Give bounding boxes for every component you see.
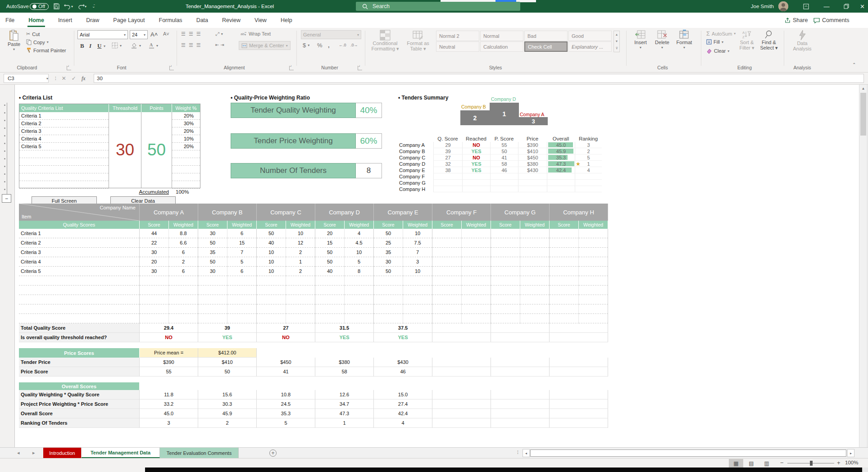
criteria-row-label[interactable]: Criteria 3 [19,248,140,257]
minimize-button[interactable]: — [819,0,834,13]
weighted-cell[interactable] [169,276,198,286]
value-cell[interactable]: YES [198,333,257,342]
score-cell[interactable] [257,286,286,295]
score-cell[interactable] [315,276,345,286]
sheet-tab-introduction[interactable]: Introduction [43,448,82,458]
criteria-weight-cell[interactable] [172,181,200,189]
number-dialog-launcher[interactable] [358,66,362,70]
weighted-cell[interactable]: 7 [403,248,432,257]
style-good[interactable]: Good [568,31,612,41]
weighted-cell[interactable] [579,257,608,267]
criteria-list-table[interactable]: Quality Criteria List Threashold Points … [19,104,200,188]
menu-tab-insert[interactable]: Insert [57,13,73,27]
criteria-row-label[interactable]: Criteria 2 [19,238,140,248]
weighted-cell[interactable]: 6 [169,267,198,276]
value-cell[interactable]: 41 [257,367,315,377]
styles-gallery-scroll[interactable]: ▲▼⊽ [614,31,620,52]
weighted-cell[interactable] [520,248,550,257]
decrease-font-icon[interactable]: A˅ [163,31,169,36]
row-label[interactable]: Total Quality Score [19,323,140,333]
summary-overall-cell[interactable]: 45.0 [547,142,575,148]
score-cell[interactable] [491,304,520,314]
criteria-row-label[interactable] [19,276,140,286]
value-cell[interactable] [432,333,491,342]
summary-qscore-cell[interactable] [433,173,462,180]
style-normal-2[interactable]: Normal 2 [436,31,479,41]
value-cell[interactable]: 27 [257,323,315,333]
value-cell[interactable]: 1 [315,418,374,428]
summary-ranking-cell[interactable]: ★1 [575,161,602,167]
menu-tab-data[interactable]: Data [195,13,209,27]
value-cell[interactable] [491,323,550,333]
indent-icons[interactable]: ⇤ ⇥ [215,42,224,47]
score-cell[interactable] [432,276,462,286]
delete-cells-button[interactable]: Delete▾ [652,30,672,50]
weighted-cell[interactable] [403,276,432,286]
summary-ranking-cell[interactable] [575,173,602,180]
criteria-name-column[interactable]: Criteria 1Criteria 2Criteria 3Criteria 4… [19,112,109,188]
outline-collapse-button[interactable]: − [2,194,11,203]
weighted-cell[interactable] [227,286,257,295]
page-break-view-icon[interactable]: ▥ [759,459,774,467]
find-select-button[interactable]: Find &Select ▾ [759,30,779,50]
weighted-cell[interactable] [286,304,315,314]
value-cell[interactable] [432,399,491,409]
weighted-cell[interactable] [520,304,550,314]
summary-pscore-cell[interactable]: 41 [490,154,518,161]
weighted-cell[interactable] [520,229,550,238]
summary-pscore-cell[interactable] [490,186,518,192]
value-cell[interactable]: 5 [257,418,315,428]
value-cell[interactable]: 47.3 [315,409,374,418]
weighted-cell[interactable] [462,229,491,238]
summary-ranking-cell[interactable]: 3 [575,142,602,148]
criteria-name-cell[interactable] [19,181,109,189]
criteria-name-cell[interactable]: Criteria 4 [19,135,109,143]
score-cell[interactable] [550,276,579,286]
summary-overall-cell[interactable] [547,186,575,192]
clipboard-dialog-launcher[interactable] [67,66,71,70]
weighted-cell[interactable] [462,276,491,286]
score-cell[interactable]: 20 [315,229,345,238]
font-family-select[interactable]: Arial▾ [77,30,128,39]
accounting-format-icon[interactable]: $▾ [303,42,309,49]
value-cell[interactable]: 45.0 [140,409,198,418]
weighted-cell[interactable]: 5 [345,257,374,267]
collapse-ribbon-icon[interactable]: ⌃ [852,62,856,67]
price-mean-label[interactable]: Price mean = [140,348,198,358]
weighted-cell[interactable]: 6 [227,267,257,276]
summary-company-cell[interactable]: Company F [398,173,433,180]
weighted-cell[interactable] [520,238,550,248]
summary-price-cell[interactable] [518,186,547,192]
function-icon[interactable]: fx [82,75,86,82]
summary-company-cell[interactable]: Company E [398,167,433,173]
weighted-cell[interactable] [579,248,608,257]
value-cell[interactable]: 30.3 [198,399,257,409]
criteria-row-label[interactable] [19,295,140,304]
criteria-row-label[interactable] [19,314,140,323]
criteria-name-cell[interactable] [19,158,109,166]
score-cell[interactable] [432,286,462,295]
weighted-cell[interactable] [227,304,257,314]
conditional-formatting-button[interactable]: Conditional Formatting ▾ [368,30,402,51]
score-cell[interactable]: 50 [315,248,345,257]
value-cell[interactable]: 39 [198,323,257,333]
scroll-left-icon[interactable]: ◂ [523,449,530,457]
weighted-cell[interactable]: 6 [227,229,257,238]
weighted-cell[interactable] [462,257,491,267]
zoom-slider-thumb[interactable] [810,461,813,466]
score-cell[interactable] [432,304,462,314]
weighted-cell[interactable]: 7 [227,248,257,257]
summary-pscore-cell[interactable]: 58 [490,161,518,167]
formula-input[interactable]: 30 [94,74,864,83]
criteria-weight-cell[interactable] [172,173,200,181]
weighted-cell[interactable] [345,295,374,304]
name-box[interactable]: C3▾ [4,74,49,83]
menu-tab-view[interactable]: View [254,13,268,27]
weighted-cell[interactable]: 12 [286,238,315,248]
underline-button[interactable]: U [97,42,101,50]
value-cell[interactable] [432,418,491,428]
row-label[interactable]: Tender Price [19,358,140,367]
summary-reached-cell[interactable]: NO [462,142,490,148]
criteria-row-label[interactable]: Criteria 5 [19,267,140,276]
value-cell[interactable]: YES [374,333,432,342]
